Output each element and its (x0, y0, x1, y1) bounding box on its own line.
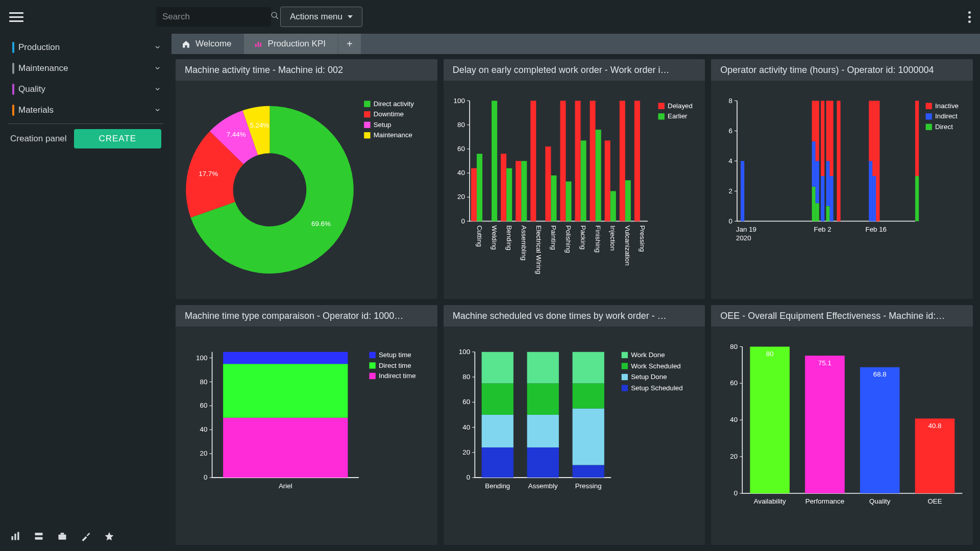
more-vert-icon[interactable] (968, 11, 971, 23)
svg-text:Indirect: Indirect (935, 112, 958, 120)
card-title: Operator activity time (hours) - Operato… (711, 59, 973, 81)
svg-rect-47 (530, 101, 536, 221)
svg-point-0 (272, 12, 277, 17)
svg-rect-2 (12, 536, 13, 540)
svg-rect-41 (501, 154, 506, 221)
svg-rect-155 (527, 415, 558, 447)
card-scheduled: Machine scheduled vs done times by work … (444, 305, 705, 545)
svg-text:Pressing: Pressing (639, 226, 646, 252)
svg-rect-44 (516, 161, 521, 221)
svg-text:Welding: Welding (490, 226, 498, 250)
svg-rect-133 (369, 362, 375, 368)
creation-panel-label: Creation panel (10, 134, 67, 144)
svg-rect-93 (826, 161, 830, 207)
svg-rect-99 (869, 101, 873, 161)
tools-icon[interactable] (81, 531, 91, 544)
svg-text:Direct time: Direct time (379, 362, 411, 369)
svg-text:17.7%: 17.7% (199, 170, 218, 178)
svg-rect-128 (223, 364, 348, 418)
svg-text:100: 100 (453, 97, 464, 105)
svg-rect-61 (604, 140, 610, 221)
svg-rect-59 (595, 130, 601, 221)
svg-text:6: 6 (729, 127, 732, 135)
svg-text:Pressing: Pressing (575, 482, 601, 490)
svg-rect-113 (926, 124, 932, 130)
sidebar-item-materials[interactable]: Materials› (8, 99, 163, 120)
sidebar-item-production[interactable]: Production› (8, 37, 163, 58)
divider (8, 123, 163, 124)
svg-rect-170 (621, 385, 627, 391)
svg-text:7.44%: 7.44% (227, 131, 246, 138)
svg-rect-83 (741, 161, 744, 221)
tab-welcome[interactable]: Welcome (172, 34, 244, 54)
svg-rect-164 (621, 352, 627, 358)
svg-text:Painting: Painting (550, 226, 557, 250)
svg-text:40: 40 (462, 423, 470, 431)
svg-text:40: 40 (200, 425, 208, 433)
svg-rect-150 (481, 415, 513, 447)
svg-text:60: 60 (462, 398, 470, 406)
svg-rect-85 (812, 141, 816, 187)
svg-text:Feb 16: Feb 16 (866, 226, 887, 233)
svg-rect-188 (860, 367, 900, 493)
search-icon[interactable] (271, 11, 279, 22)
actions-menu-label: Actions menu (290, 12, 342, 22)
actions-menu-button[interactable]: Actions menu (280, 7, 362, 27)
create-button[interactable]: CREATE (74, 129, 161, 148)
svg-text:100: 100 (458, 348, 470, 356)
svg-text:2020: 2020 (736, 234, 751, 242)
tab-production-kpi[interactable]: Production KPI (244, 34, 338, 54)
sidebar-item-maintenance[interactable]: Maintenance› (8, 58, 163, 79)
caret-down-icon (348, 15, 353, 18)
svg-text:OEE: OEE (928, 497, 942, 505)
star-icon[interactable] (104, 531, 114, 544)
svg-text:68.8: 68.8 (873, 370, 887, 378)
svg-rect-103 (915, 176, 919, 221)
svg-rect-104 (915, 101, 919, 177)
svg-rect-160 (572, 409, 604, 465)
bottom-toolbar (8, 525, 163, 551)
tab-add[interactable]: + (338, 34, 361, 54)
svg-text:Earlier: Earlier (668, 112, 688, 120)
svg-text:Performance: Performance (805, 497, 844, 505)
svg-rect-182 (750, 347, 790, 493)
svg-rect-91 (821, 101, 824, 177)
hamburger-menu[interactable] (9, 10, 23, 24)
svg-rect-96 (830, 101, 834, 177)
svg-rect-50 (551, 176, 556, 221)
svg-rect-62 (610, 191, 616, 221)
svg-rect-127 (223, 418, 348, 478)
card-machine-activity: Machine activity time - Machine id: 002 … (176, 59, 437, 299)
chart-icon[interactable] (10, 531, 20, 544)
svg-text:Inactive: Inactive (935, 102, 959, 110)
svg-text:60: 60 (457, 145, 465, 153)
svg-rect-159 (572, 465, 604, 478)
svg-rect-20 (364, 122, 370, 128)
svg-text:5.24%: 5.24% (250, 122, 269, 130)
card-oee: OEE - Overall Equipment Effectiveness - … (711, 305, 973, 545)
svg-rect-157 (527, 352, 558, 384)
svg-text:20: 20 (462, 448, 470, 456)
sidebar-item-quality[interactable]: Quality› (8, 79, 163, 99)
svg-rect-3 (14, 534, 16, 540)
search-input[interactable] (162, 12, 271, 22)
svg-rect-49 (545, 146, 551, 221)
svg-rect-9 (255, 44, 257, 47)
svg-rect-162 (572, 352, 604, 384)
toolbox-icon[interactable] (57, 531, 67, 544)
search-box[interactable] (156, 7, 271, 27)
card-operator: Operator activity time (hours) - Operato… (711, 59, 973, 299)
svg-rect-71 (658, 113, 664, 119)
svg-rect-42 (506, 168, 512, 221)
server-icon[interactable] (34, 531, 44, 544)
svg-text:Direct: Direct (935, 123, 953, 131)
svg-text:Injection: Injection (609, 226, 617, 251)
card-title: OEE - Overall Equipment Effectiveness - … (711, 305, 973, 327)
home-icon (182, 40, 190, 48)
svg-text:80: 80 (200, 378, 208, 386)
chevron-down-icon: › (153, 88, 163, 91)
svg-text:Vulcanization: Vulcanization (624, 226, 631, 266)
svg-rect-97 (837, 101, 841, 221)
svg-rect-154 (527, 447, 558, 478)
svg-text:80: 80 (462, 373, 470, 381)
